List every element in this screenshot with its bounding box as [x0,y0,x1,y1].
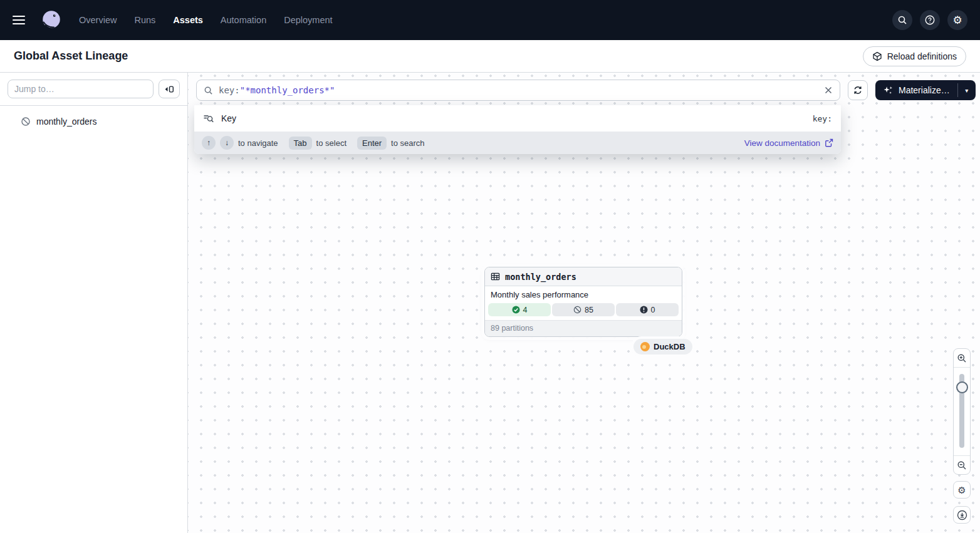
select-hint-label: to select [316,138,347,148]
help-button[interactable] [920,10,940,30]
user-settings-button[interactable]: ⚙ [947,10,967,30]
collapse-panel-button[interactable] [159,80,180,98]
search-query-text: key:"*monthly_orders*" [219,85,335,95]
page-title: Global Asset Lineage [14,49,128,63]
sidebar-asset-list: monthly_orders [0,106,187,131]
zoom-slider[interactable] [954,368,970,455]
asset-node-header: monthly_orders [485,267,682,286]
global-search-button[interactable] [892,10,912,30]
alert-circle-icon [640,306,648,314]
partitions-count-label: 89 partitions [485,320,682,336]
partitions-missing-pill: 85 [552,303,615,316]
search-suggestions-dropdown: Key key: ↑ ↓ to navigate Tab to select E… [194,105,841,154]
view-documentation-link[interactable]: View documentation [744,138,833,148]
top-navigation-bar: Overview Runs Assets Automation Deployme… [0,0,980,40]
check-circle-icon [512,306,520,314]
reload-definitions-button[interactable]: Reload definitions [863,46,966,66]
sidebar-item-label: monthly_orders [36,116,97,127]
zoom-slider-handle[interactable] [956,381,968,393]
help-icon [924,14,936,26]
never-materialized-icon [573,306,581,314]
content: monthly_orders key:"*monthly_orders*" [0,73,980,533]
asset-search-input[interactable]: key:"*monthly_orders*" [196,80,840,101]
search-icon [204,86,213,95]
partition-status-pills: 4 85 0 [485,303,682,320]
asset-node-monthly-orders[interactable]: monthly_orders Monthly sales performance… [484,267,682,337]
collapse-panel-icon [164,85,175,94]
materialize-button[interactable]: Materialize… [875,80,957,100]
hamburger-menu-button[interactable] [13,11,30,29]
nav-deployment[interactable]: Deployment [284,15,332,25]
suggestion-key-row[interactable]: Key key: [194,105,841,132]
download-icon [957,510,967,520]
lineage-graph-canvas[interactable]: key:"*monthly_orders*" Materialize… [188,73,980,533]
chevron-down-icon: ▾ [965,87,968,94]
clear-search-button[interactable] [824,86,833,95]
sidebar-item-monthly-orders[interactable]: monthly_orders [0,112,187,131]
gear-icon: ⚙ [957,485,966,495]
primary-nav: Overview Runs Assets Automation Deployme… [79,15,333,25]
nav-overview[interactable]: Overview [79,15,117,25]
graph-settings-button[interactable]: ⚙ [953,481,971,499]
sidebar-toolbar [0,73,187,106]
search-icon [897,15,907,25]
zoom-control-panel [953,348,971,475]
table-icon [491,272,500,281]
gear-icon: ⚙ [952,15,962,26]
suggestion-hint: key: [813,114,832,123]
sparkles-icon [883,85,894,96]
dagster-logo[interactable] [39,8,64,33]
jump-to-input[interactable] [8,80,154,98]
zoom-in-button[interactable] [954,349,970,368]
code-location-icon [872,51,882,61]
asset-list-sidebar: monthly_orders [0,73,188,533]
never-materialized-icon [21,116,31,127]
duckdb-kind-tag[interactable]: DuckDB [633,339,692,354]
materialize-label: Materialize… [899,85,950,95]
kind-tag-label: DuckDB [654,342,685,351]
nav-automation[interactable]: Automation [221,15,266,25]
filter-search-icon [203,114,214,123]
reload-definitions-label: Reload definitions [887,51,957,61]
zoom-in-icon [957,353,967,363]
close-icon [824,86,833,95]
refresh-graph-button[interactable] [848,80,868,100]
partitions-materialized-pill: 4 [488,303,551,316]
tab-key: Tab [289,137,312,150]
arrow-up-key: ↑ [202,136,216,150]
materialize-dropdown-button[interactable]: ▾ [958,80,976,100]
suggestion-label: Key [221,113,236,123]
materialize-split-button: Materialize… ▾ [875,80,976,100]
zoom-out-button[interactable] [954,455,970,474]
navigate-hint-label: to navigate [238,138,278,148]
nav-runs[interactable]: Runs [134,15,155,25]
external-link-icon [825,138,833,147]
refresh-icon [853,85,863,95]
asset-node-description: Monthly sales performance [485,286,682,303]
arrow-down-key: ↓ [220,136,234,150]
search-hints-footer: ↑ ↓ to navigate Tab to select Enter to s… [194,132,841,154]
asset-node-title: monthly_orders [505,272,576,282]
enter-key: Enter [357,137,387,150]
dagster-logo-icon [39,8,63,32]
zoom-out-icon [957,460,967,470]
download-graph-button[interactable] [953,506,971,524]
partitions-failed-pill: 0 [616,303,679,316]
duckdb-icon [640,342,650,351]
nav-actions: ⚙ [892,10,967,30]
search-hint-label: to search [391,138,424,148]
page-header: Global Asset Lineage Reload definitions [0,40,980,73]
nav-assets[interactable]: Assets [173,15,203,25]
